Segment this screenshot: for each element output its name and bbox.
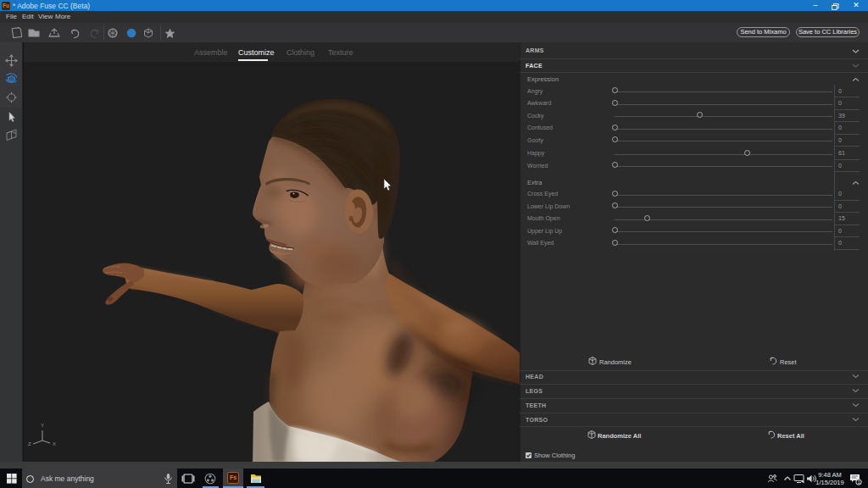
svg-text:1: 1 [858,480,860,485]
svg-text:Z: Z [28,441,31,446]
svg-text:X: X [53,441,56,446]
svg-text:Y: Y [41,423,44,428]
